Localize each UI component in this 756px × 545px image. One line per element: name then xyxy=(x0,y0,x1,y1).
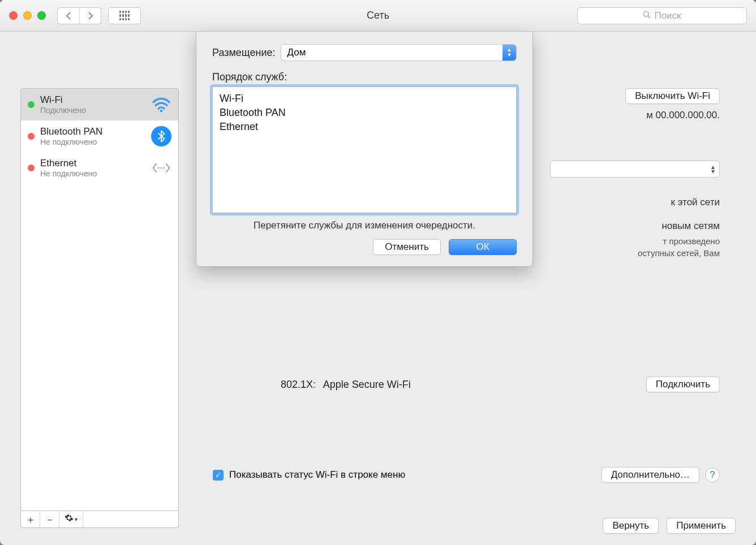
service-name: Bluetooth PAN xyxy=(40,126,145,137)
location-label: Размещение: xyxy=(212,47,275,59)
text-fragment: новым сетям xyxy=(550,220,720,232)
sidebar-item-wifi[interactable]: Wi-Fi Подключено xyxy=(21,89,178,120)
revert-button[interactable]: Вернуть xyxy=(603,518,659,534)
bottom-options: ✓ Показывать статус Wi-Fi в строке меню … xyxy=(213,467,720,483)
chevron-down-icon: ▾ xyxy=(75,516,78,522)
service-status: Подключено xyxy=(40,106,145,115)
titlebar: Сеть Поиск xyxy=(0,0,756,32)
service-text: Wi-Fi Подключено xyxy=(40,94,145,115)
show-all-button[interactable] xyxy=(108,7,141,24)
svg-point-5 xyxy=(163,167,165,169)
gear-icon xyxy=(65,513,74,525)
value-8021x: Apple Secure Wi-Fi xyxy=(323,379,411,390)
sidebar-toolbar: ＋ － ▾ xyxy=(20,511,179,528)
service-name: Ethernet xyxy=(40,158,145,169)
service-order-sheet: Размещение: Дом ▲▼ Порядок служб: Wi-Fi … xyxy=(196,32,533,267)
svg-point-0 xyxy=(644,11,649,16)
apply-button[interactable]: Применить xyxy=(667,518,736,534)
row-8021x: 802.1X: Apple Secure Wi-Fi Подключить xyxy=(281,377,720,392)
status-dot xyxy=(28,133,35,140)
zoom-window-button[interactable] xyxy=(37,11,46,20)
sidebar: Wi-Fi Подключено xyxy=(20,88,179,528)
service-name: Wi-Fi xyxy=(40,94,145,106)
chevron-up-down-icon: ▴▾ xyxy=(711,165,715,174)
location-select[interactable]: Дом ▲▼ xyxy=(281,44,517,61)
label-8021x: 802.1X: xyxy=(281,379,316,390)
svg-point-3 xyxy=(158,167,160,169)
footer-buttons: Вернуть Применить xyxy=(603,518,736,534)
network-prefs-window: Сеть Поиск Wi-Fi Подключено xyxy=(0,0,756,545)
sheet-buttons: Отменить ОК xyxy=(212,239,517,255)
forward-button[interactable] xyxy=(79,8,101,24)
location-row: Размещение: Дом ▲▼ xyxy=(212,44,517,61)
window-title: Сеть xyxy=(367,10,389,21)
service-order-label: Порядок служб: xyxy=(212,71,517,83)
show-wifi-status-checkbox[interactable]: ✓ xyxy=(213,470,224,481)
ethernet-icon xyxy=(151,158,171,178)
network-name-select[interactable]: ▴▾ xyxy=(550,161,720,178)
wifi-icon xyxy=(151,94,171,115)
search-placeholder: Поиск xyxy=(654,10,681,21)
ip-address-fragment: м 00.000.000.00. xyxy=(550,110,720,121)
help-button[interactable]: ? xyxy=(705,468,720,482)
search-icon xyxy=(643,11,651,20)
location-value: Дом xyxy=(287,47,306,58)
chevron-up-down-icon: ▲▼ xyxy=(502,45,516,60)
back-button[interactable] xyxy=(58,8,79,24)
service-text: Ethernet Не подключено xyxy=(40,158,145,178)
sidebar-item-ethernet[interactable]: Ethernet Не подключено xyxy=(21,152,178,184)
service-status: Не подключено xyxy=(40,169,145,178)
service-order-list[interactable]: Wi-Fi Bluetooth PAN Ethernet xyxy=(212,86,517,213)
search-input[interactable]: Поиск xyxy=(577,7,747,24)
text-fragment: т произведено xyxy=(550,235,720,247)
cancel-button[interactable]: Отменить xyxy=(373,239,441,255)
order-item[interactable]: Wi-Fi xyxy=(220,92,509,106)
grid-icon xyxy=(119,11,130,21)
turn-off-wifi-button[interactable]: Выключить Wi-Fi xyxy=(625,88,720,104)
service-status: Не подключено xyxy=(40,137,145,146)
connect-8021x-button[interactable]: Подключить xyxy=(646,377,720,392)
text-fragment: оступных сетей, Вам xyxy=(550,247,720,259)
status-dot xyxy=(28,165,35,171)
status-dot xyxy=(28,101,35,108)
svg-point-2 xyxy=(160,110,162,112)
service-text: Bluetooth PAN Не подключено xyxy=(40,126,145,146)
traffic-lights xyxy=(9,11,46,20)
close-window-button[interactable] xyxy=(9,11,18,20)
svg-line-1 xyxy=(648,16,651,18)
service-list: Wi-Fi Подключено xyxy=(20,88,179,511)
ok-button[interactable]: ОК xyxy=(449,239,517,255)
order-item[interactable]: Ethernet xyxy=(220,120,509,134)
order-item[interactable]: Bluetooth PAN xyxy=(220,106,509,120)
service-actions-button[interactable]: ▾ xyxy=(59,511,83,527)
drag-hint: Перетяните службы для изменения очередно… xyxy=(212,220,517,231)
svg-point-4 xyxy=(161,167,162,169)
show-wifi-status-label: Показывать статус Wi-Fi в строке меню xyxy=(229,469,596,481)
add-service-button[interactable]: ＋ xyxy=(21,511,40,527)
advanced-button[interactable]: Дополнительно… xyxy=(602,467,699,483)
remove-service-button[interactable]: － xyxy=(40,511,59,527)
bluetooth-icon xyxy=(151,126,171,146)
text-fragment: к этой сети xyxy=(550,197,720,208)
nav-back-forward xyxy=(57,7,101,24)
minimize-window-button[interactable] xyxy=(23,11,32,20)
sidebar-item-bluetooth-pan[interactable]: Bluetooth PAN Не подключено xyxy=(21,120,178,152)
right-column: Выключить Wi-Fi м 00.000.000.00. ▴▾ к эт… xyxy=(550,88,720,259)
